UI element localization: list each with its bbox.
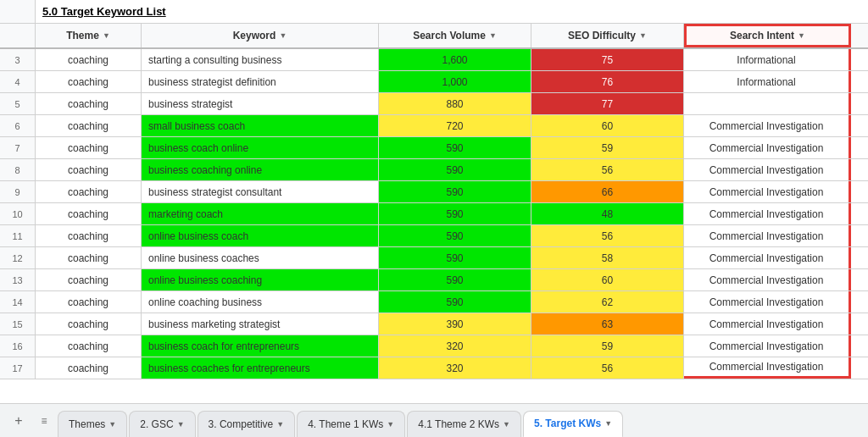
cell-theme[interactable]: coaching xyxy=(36,137,142,158)
tab-dropdown-icon[interactable]: ▼ xyxy=(503,420,510,429)
cell-intent[interactable]: Commercial Investigation xyxy=(684,269,851,290)
cell-keyword[interactable]: online business coach xyxy=(142,225,379,246)
filter-icon-theme[interactable]: ▼ xyxy=(103,31,110,40)
cell-difficulty[interactable]: 62 xyxy=(531,291,684,313)
tab-dropdown-icon[interactable]: ▼ xyxy=(604,419,612,428)
filter-icon-intent[interactable]: ▼ xyxy=(798,31,805,40)
cell-volume[interactable]: 590 xyxy=(379,291,531,313)
col-header-volume[interactable]: Search Volume ▼ xyxy=(379,24,531,47)
cell-theme[interactable]: coaching xyxy=(36,181,142,202)
cell-volume[interactable]: 590 xyxy=(379,203,531,224)
cell-volume[interactable]: 390 xyxy=(379,313,531,335)
cell-difficulty[interactable]: 56 xyxy=(531,225,684,246)
cell-theme[interactable]: coaching xyxy=(36,291,142,313)
cell-keyword[interactable]: starting a consulting business xyxy=(142,49,379,70)
cell-keyword[interactable]: business strategist xyxy=(142,93,379,114)
col-header-theme[interactable]: Theme ▼ xyxy=(36,24,142,47)
cell-keyword[interactable]: marketing coach xyxy=(142,203,379,224)
cell-intent[interactable]: Commercial Investigation xyxy=(684,115,851,136)
tab-dropdown-icon[interactable]: ▼ xyxy=(387,420,394,429)
cell-intent[interactable]: Commercial Investigation xyxy=(684,335,851,357)
cell-intent[interactable]: Commercial Investigation xyxy=(684,137,851,158)
cell-intent[interactable]: Commercial Investigation xyxy=(684,313,851,335)
col-header-intent[interactable]: Search Intent ▼ xyxy=(684,24,851,47)
add-sheet-button[interactable]: + xyxy=(7,409,31,433)
cell-volume[interactable]: 1,600 xyxy=(379,49,531,70)
cell-theme[interactable]: coaching xyxy=(36,93,142,114)
cell-difficulty[interactable]: 77 xyxy=(531,93,684,114)
col-header-keyword[interactable]: Keyword ▼ xyxy=(142,24,379,47)
cell-theme[interactable]: coaching xyxy=(36,115,142,136)
col-header-difficulty[interactable]: SEO Difficulty ▼ xyxy=(531,24,684,47)
cell-volume[interactable]: 590 xyxy=(379,181,531,202)
cell-intent[interactable]: Commercial Investigation xyxy=(684,181,851,202)
cell-difficulty[interactable]: 66 xyxy=(531,181,684,202)
cell-volume[interactable]: 590 xyxy=(379,269,531,290)
cell-keyword[interactable]: small business coach xyxy=(142,115,379,136)
cell-difficulty[interactable]: 58 xyxy=(531,247,684,268)
cell-volume[interactable]: 590 xyxy=(379,247,531,268)
sheet-tab[interactable]: 4.1 Theme 2 KWs▼ xyxy=(407,411,521,438)
tab-dropdown-icon[interactable]: ▼ xyxy=(177,420,185,429)
cell-difficulty[interactable]: 56 xyxy=(531,159,684,180)
cell-volume[interactable]: 590 xyxy=(379,225,531,246)
cell-theme[interactable]: coaching xyxy=(36,225,142,246)
sheet-tab[interactable]: 2. GSC▼ xyxy=(129,411,195,438)
cell-keyword[interactable]: business coach online xyxy=(142,137,379,158)
cell-intent[interactable]: Commercial Investigation xyxy=(684,357,851,379)
cell-difficulty[interactable]: 60 xyxy=(531,115,684,136)
cell-keyword[interactable]: business coaches for entrepreneurs xyxy=(142,357,379,379)
cell-difficulty[interactable]: 59 xyxy=(531,137,684,158)
cell-difficulty[interactable]: 76 xyxy=(531,71,684,92)
sheet-tab[interactable]: 5. Target KWs▼ xyxy=(523,411,623,438)
sheet-tab[interactable]: 3. Competitive▼ xyxy=(198,411,296,438)
cell-theme[interactable]: coaching xyxy=(36,313,142,335)
cell-theme[interactable]: coaching xyxy=(36,357,142,379)
sheets-menu-button[interactable]: ≡ xyxy=(32,409,56,433)
sheet-tab[interactable]: 4. Theme 1 KWs▼ xyxy=(297,411,405,438)
cell-keyword[interactable]: business marketing strategist xyxy=(142,313,379,335)
cell-keyword[interactable]: online business coaching xyxy=(142,269,379,290)
tab-dropdown-icon[interactable]: ▼ xyxy=(108,420,116,429)
cell-intent[interactable]: Commercial Investigation xyxy=(684,225,851,246)
cell-intent[interactable] xyxy=(684,93,851,114)
row-number: 11 xyxy=(0,225,36,246)
cell-difficulty[interactable]: 75 xyxy=(531,49,684,70)
cell-difficulty[interactable]: 60 xyxy=(531,269,684,290)
cell-volume[interactable]: 1,000 xyxy=(379,71,531,92)
cell-difficulty[interactable]: 48 xyxy=(531,203,684,224)
cell-intent[interactable]: Informational xyxy=(684,49,851,70)
cell-theme[interactable]: coaching xyxy=(36,49,142,70)
cell-keyword[interactable]: online coaching business xyxy=(142,291,379,313)
cell-keyword[interactable]: business coaching online xyxy=(142,159,379,180)
cell-volume[interactable]: 320 xyxy=(379,335,531,357)
cell-difficulty[interactable]: 63 xyxy=(531,313,684,335)
sheet-tab[interactable]: Themes▼ xyxy=(58,411,127,438)
cell-intent[interactable]: Commercial Investigation xyxy=(684,291,851,313)
cell-theme[interactable]: coaching xyxy=(36,335,142,357)
cell-difficulty[interactable]: 59 xyxy=(531,335,684,357)
cell-intent[interactable]: Commercial Investigation xyxy=(684,159,851,180)
filter-icon-volume[interactable]: ▼ xyxy=(489,31,497,40)
cell-intent[interactable]: Commercial Investigation xyxy=(684,247,851,268)
filter-icon-difficulty[interactable]: ▼ xyxy=(639,31,647,40)
cell-volume[interactable]: 720 xyxy=(379,115,531,136)
cell-volume[interactable]: 590 xyxy=(379,137,531,158)
cell-intent[interactable]: Informational xyxy=(684,71,851,92)
cell-theme[interactable]: coaching xyxy=(36,71,142,92)
cell-volume[interactable]: 590 xyxy=(379,159,531,180)
cell-theme[interactable]: coaching xyxy=(36,203,142,224)
cell-theme[interactable]: coaching xyxy=(36,159,142,180)
cell-volume[interactable]: 880 xyxy=(379,93,531,114)
cell-keyword[interactable]: business strategist consultant xyxy=(142,181,379,202)
cell-difficulty[interactable]: 56 xyxy=(531,357,684,379)
cell-keyword[interactable]: business coach for entrepreneurs xyxy=(142,335,379,357)
cell-theme[interactable]: coaching xyxy=(36,247,142,268)
cell-keyword[interactable]: online business coaches xyxy=(142,247,379,268)
cell-intent[interactable]: Commercial Investigation xyxy=(684,203,851,224)
filter-icon-keyword[interactable]: ▼ xyxy=(279,31,287,40)
cell-keyword[interactable]: business strategist definition xyxy=(142,71,379,92)
cell-volume[interactable]: 320 xyxy=(379,357,531,379)
cell-theme[interactable]: coaching xyxy=(36,269,142,290)
tab-dropdown-icon[interactable]: ▼ xyxy=(276,420,284,429)
